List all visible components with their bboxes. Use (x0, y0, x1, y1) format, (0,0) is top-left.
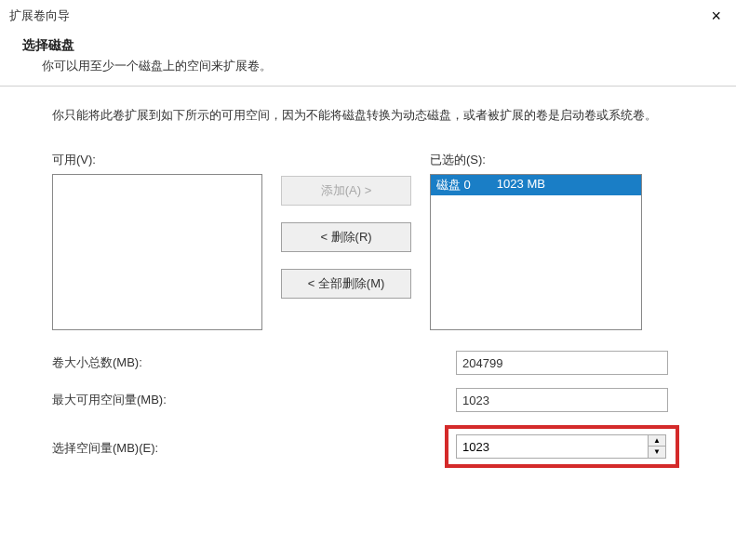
total-size-label: 卷大小总数(MB): (52, 354, 456, 371)
spinner-up-icon[interactable]: ▲ (649, 435, 665, 447)
remove-button[interactable]: < 删除(R) (281, 222, 411, 252)
disk-name: 磁盘 0 (436, 177, 497, 193)
max-space-label: 最大可用空间量(MB): (52, 392, 456, 408)
select-space-input[interactable] (456, 434, 648, 459)
available-label: 可用(V): (52, 152, 262, 168)
add-button: 添加(A) > (281, 176, 411, 206)
spinner-buttons: ▲ ▼ (648, 434, 666, 459)
available-listbox[interactable] (52, 174, 262, 330)
remove-all-button[interactable]: < 全部删除(M) (281, 269, 411, 299)
close-icon[interactable]: × (705, 7, 727, 24)
spinner-down-icon[interactable]: ▼ (649, 447, 665, 458)
select-space-label: 选择空间量(MB)(E): (52, 436, 456, 457)
disk-size: 1023 MB (497, 177, 545, 193)
selected-label: 已选的(S): (430, 152, 642, 168)
page-subtitle: 选择磁盘 (22, 37, 727, 54)
page-description: 你可以用至少一个磁盘上的空间来扩展卷。 (22, 58, 727, 74)
select-space-highlight: ▲ ▼ (445, 425, 679, 468)
content-description: 你只能将此卷扩展到如下所示的可用空间，因为不能将磁盘转换为动态磁盘，或者被扩展的… (52, 105, 691, 126)
selected-listbox[interactable]: 磁盘 0 1023 MB (430, 174, 642, 330)
window-title: 扩展卷向导 (9, 7, 70, 24)
list-item[interactable]: 磁盘 0 1023 MB (431, 175, 641, 195)
total-size-value (456, 351, 668, 375)
max-space-value (456, 388, 668, 412)
